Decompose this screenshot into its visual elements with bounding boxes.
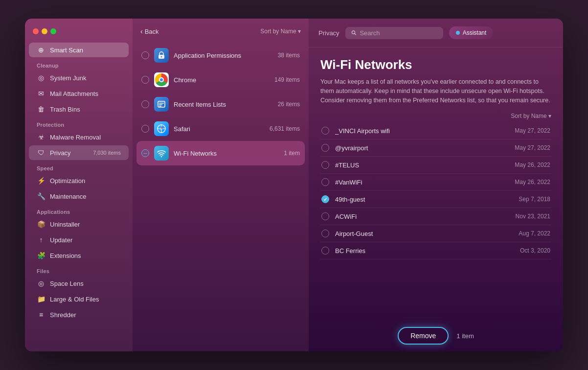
wifi-name: BC Ferries: [335, 247, 514, 254]
sidebar-item-label: Space Lens: [50, 280, 84, 287]
sort-by-name-right[interactable]: Sort by Name ▾: [511, 113, 551, 119]
sidebar-item-maintenance[interactable]: 🔧 Maintenance: [29, 189, 129, 204]
wifi-item-yvr[interactable]: @yvrairport May 27, 2022: [320, 139, 551, 157]
remove-button[interactable]: Remove: [398, 327, 449, 345]
app-icon-recent: [154, 97, 169, 112]
sidebar-item-mail-attachments[interactable]: ✉ Mail Attachments: [29, 86, 129, 101]
wifi-radio-49th[interactable]: [321, 195, 329, 203]
wifi-date: Sep 7, 2018: [519, 196, 550, 203]
right-content: Wi-Fi Networks Your Mac keeps a list of …: [309, 47, 563, 320]
sidebar-item-label: Trash Bins: [50, 106, 80, 113]
section-label-protection: Protection: [25, 117, 133, 129]
list-item-app-permissions[interactable]: Application Permissions 38 items: [136, 43, 305, 68]
sidebar-item-system-junk[interactable]: ◎ System Junk: [29, 70, 129, 85]
sidebar-item-extensions[interactable]: 🧩 Extensions: [29, 248, 129, 263]
sidebar-item-smart-scan[interactable]: ⊕ Smart Scan: [29, 43, 129, 57]
sidebar-item-label: Smart Scan: [50, 46, 83, 54]
sidebar-item-updater[interactable]: ↑ Updater: [29, 232, 129, 247]
radio-recent-items[interactable]: [141, 100, 149, 108]
wifi-name: 49th-guest: [335, 196, 513, 203]
smart-scan-icon: ⊕: [37, 46, 45, 54]
assistant-button[interactable]: Assistant: [449, 26, 494, 39]
radio-app-permissions[interactable]: [141, 51, 149, 59]
wifi-name: ACWiFi: [335, 213, 510, 220]
sidebar-item-malware-removal[interactable]: ☣ Malware Removal: [29, 130, 129, 144]
app-icon-chrome: [154, 72, 169, 87]
back-chevron-icon: ‹: [140, 27, 143, 35]
wifi-date: Oct 3, 2020: [520, 247, 550, 254]
sidebar-item-label: System Junk: [50, 74, 86, 82]
wifi-radio-vanwifi[interactable]: [321, 178, 329, 186]
radio-chrome[interactable]: [141, 76, 149, 84]
wifi-date: Nov 23, 2021: [516, 213, 550, 220]
system-junk-icon: ◎: [37, 73, 45, 82]
list-item-chrome[interactable]: Chrome 149 items: [136, 68, 305, 92]
wifi-radio-telus[interactable]: [321, 161, 329, 169]
wifi-radio-yvr[interactable]: [321, 144, 329, 152]
list-item-wifi-networks[interactable]: Wi-Fi Networks 1 item: [136, 141, 305, 165]
sidebar-item-trash-bins[interactable]: 🗑 Trash Bins: [29, 102, 129, 116]
sidebar-item-uninstaller[interactable]: 📦 Uninstaller: [29, 217, 129, 231]
search-bar[interactable]: [345, 27, 443, 39]
middle-panel: ‹ Back Sort by Name ▾ Application Permis…: [133, 19, 309, 351]
close-button[interactable]: [33, 28, 39, 34]
item-count: 6,631 items: [270, 125, 300, 132]
wifi-radio-vinci[interactable]: [321, 127, 329, 135]
wifi-item-vanwifi[interactable]: #VanWiFi May 26, 2022: [320, 174, 551, 191]
wifi-item-vinci[interactable]: _VINCI Airports wifi May 27, 2022: [320, 122, 551, 139]
list-item-safari[interactable]: Safari 6,631 items: [136, 116, 305, 141]
svg-point-12: [352, 31, 355, 34]
optimization-icon: ⚡: [37, 176, 45, 185]
item-label: Wi-Fi Networks: [174, 150, 217, 157]
back-label: Back: [145, 28, 159, 35]
extensions-icon: 🧩: [37, 251, 45, 260]
sidebar-item-space-lens[interactable]: ◎ Space Lens: [29, 276, 129, 291]
wifi-item-airport-guest[interactable]: Airport-Guest Aug 7, 2022: [320, 225, 551, 242]
item-count: 26 items: [278, 101, 300, 108]
item-label: Safari: [174, 125, 190, 133]
wifi-name: #VanWiFi: [335, 179, 509, 186]
radio-wifi-networks[interactable]: [141, 149, 149, 157]
search-input[interactable]: [360, 29, 437, 37]
sidebar-item-privacy[interactable]: 🛡 Privacy 7,030 items: [29, 145, 129, 160]
svg-line-13: [355, 34, 356, 35]
wifi-item-telus[interactable]: #TELUS May 26, 2022: [320, 157, 551, 174]
trash-icon: 🗑: [37, 105, 45, 114]
wifi-radio-bc-ferries[interactable]: [321, 247, 329, 254]
minimize-button[interactable]: [42, 28, 47, 34]
radio-safari[interactable]: [141, 125, 149, 133]
sidebar-item-shredder[interactable]: ≡ Shredder: [29, 307, 129, 322]
sort-by-name[interactable]: Sort by Name ▾: [260, 28, 301, 35]
svg-rect-5: [159, 106, 161, 107]
wifi-date: May 26, 2022: [515, 162, 550, 168]
updater-icon: ↑: [37, 235, 45, 244]
mail-icon: ✉: [37, 89, 45, 98]
item-count: 149 items: [274, 76, 300, 83]
maximize-button[interactable]: [50, 28, 56, 34]
section-label-cleanup: Cleanup: [25, 58, 133, 70]
wifi-radio-acwifi[interactable]: [321, 212, 329, 220]
wifi-item-acwifi[interactable]: ACWiFi Nov 23, 2021: [320, 208, 551, 225]
sidebar-item-large-old-files[interactable]: 📁 Large & Old Files: [29, 292, 129, 306]
wifi-radio-airport-guest[interactable]: [321, 230, 329, 237]
maintenance-icon: 🔧: [37, 192, 45, 201]
chrome-icon: [155, 73, 168, 86]
svg-rect-4: [159, 104, 162, 105]
back-button[interactable]: ‹ Back: [140, 27, 159, 35]
sidebar-item-label: Large & Old Files: [50, 296, 99, 303]
svg-marker-9: [161, 126, 162, 129]
wifi-item-49th[interactable]: 49th-guest Sep 7, 2018: [320, 191, 551, 208]
shredder-icon: ≡: [37, 310, 45, 319]
middle-list: Application Permissions 38 items Chrome …: [133, 41, 309, 351]
sidebar-item-label: Mail Attachments: [50, 90, 98, 97]
bottom-bar: Remove 1 item: [309, 320, 563, 351]
large-files-icon: 📁: [37, 295, 45, 303]
wifi-item-bc-ferries[interactable]: BC Ferries Oct 3, 2020: [320, 242, 551, 259]
list-item-recent-items[interactable]: Recent Items Lists 26 items: [136, 92, 305, 116]
uninstaller-icon: 📦: [37, 220, 45, 229]
sidebar-item-optimization[interactable]: ⚡ Optimization: [29, 173, 129, 188]
sidebar-item-label: Malware Removal: [50, 134, 101, 141]
app-icon-permissions: [154, 48, 169, 63]
sidebar-item-label: Maintenance: [50, 193, 86, 200]
wifi-date: May 27, 2022: [515, 144, 550, 151]
